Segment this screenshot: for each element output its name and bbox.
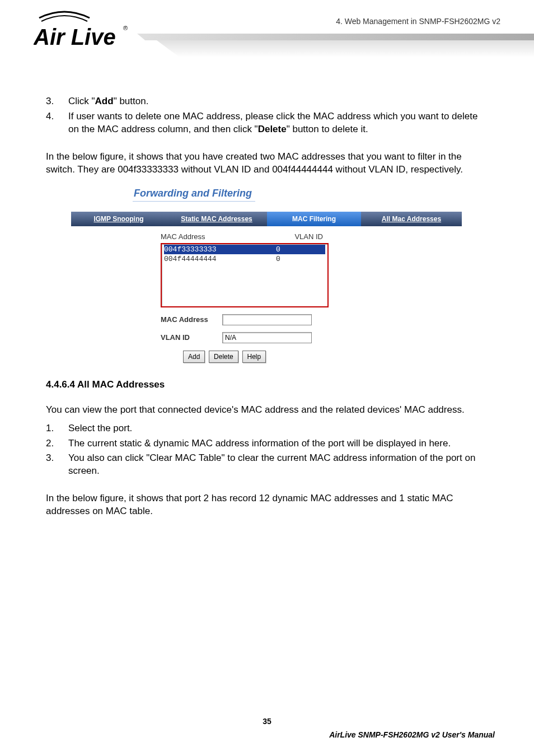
tab-all-mac[interactable]: All Mac Addresses bbox=[361, 212, 462, 226]
mac-address-row: MAC Address bbox=[161, 314, 362, 325]
list-num: 4. bbox=[46, 110, 68, 136]
list-num: 1. bbox=[46, 422, 68, 435]
text: " button. bbox=[114, 96, 149, 106]
mac-cell: 004f33333333 bbox=[164, 245, 276, 255]
list-item: 3. You also can click "Clear MAC Table" … bbox=[46, 452, 488, 478]
text: Click " bbox=[68, 96, 95, 106]
delete-button[interactable]: Delete bbox=[209, 351, 238, 363]
mac-row[interactable]: 004f33333333 0 bbox=[164, 245, 325, 255]
list-num: 3. bbox=[46, 452, 68, 478]
screenshot-figure: Forwarding and Filtering IGMP Snooping S… bbox=[54, 186, 480, 363]
tab-igmp-snooping[interactable]: IGMP Snooping bbox=[71, 212, 166, 226]
tab-mac-filtering[interactable]: MAC Filtering bbox=[267, 212, 361, 226]
list-body: Click "Add" button. bbox=[68, 95, 488, 108]
list-num: 2. bbox=[46, 437, 68, 450]
tab-static-mac[interactable]: Static MAC Addresses bbox=[166, 212, 267, 226]
tab-bar: IGMP Snooping Static MAC Addresses MAC F… bbox=[71, 212, 480, 226]
header-divider bbox=[137, 34, 534, 40]
vlan-cell: 0 bbox=[276, 254, 310, 264]
list-body: Select the port. bbox=[68, 422, 488, 435]
button-row: Add Delete Help bbox=[183, 350, 480, 363]
footer-text: AirLive SNMP-FSH2602MG v2 User's Manual bbox=[329, 730, 495, 739]
mac-listbox[interactable]: 004f33333333 0 004f44444444 0 bbox=[161, 243, 329, 307]
mac-address-label: MAC Address bbox=[161, 315, 222, 325]
vlan-id-label: VLAN ID bbox=[161, 333, 222, 343]
vlan-id-input[interactable] bbox=[222, 332, 312, 343]
list-item: 4. If user wants to delete one MAC addre… bbox=[46, 110, 488, 136]
mac-filter-panel: MAC Address VLAN ID 004f33333333 0 004f4… bbox=[161, 232, 362, 343]
page-content: 3. Click "Add" button. 4. If user wants … bbox=[0, 67, 534, 518]
list-body: The current static & dynamic MAC address… bbox=[68, 437, 488, 450]
bold-text: Delete bbox=[258, 124, 287, 134]
col-mac-address: MAC Address bbox=[161, 232, 278, 242]
list-item: 2. The current static & dynamic MAC addr… bbox=[46, 437, 488, 450]
header-breadcrumb: 4. Web Management in SNMP-FSH2602MG v2 bbox=[336, 17, 500, 26]
col-vlan-id: VLAN ID bbox=[278, 232, 323, 242]
svg-text:Air Live: Air Live bbox=[34, 25, 116, 49]
section-heading: 4.4.6.4 All MAC Addresses bbox=[46, 379, 488, 391]
mac-row[interactable]: 004f44444444 0 bbox=[164, 254, 325, 264]
text: " button to delete it. bbox=[287, 124, 368, 134]
vlan-id-row: VLAN ID bbox=[161, 332, 362, 343]
list-body: If user wants to delete one MAC address,… bbox=[68, 110, 488, 136]
paragraph: You can view the port that connected dev… bbox=[46, 404, 488, 417]
mac-cell: 004f44444444 bbox=[164, 254, 276, 264]
page-number: 35 bbox=[0, 717, 534, 726]
list-item: 3. Click "Add" button. bbox=[46, 95, 488, 108]
mac-address-input[interactable] bbox=[222, 314, 312, 325]
help-button[interactable]: Help bbox=[242, 351, 266, 363]
page-header: Air Live ® 4. Web Management in SNMP-FSH… bbox=[0, 0, 534, 67]
paragraph: In the below figure, it shows that you h… bbox=[46, 151, 488, 176]
bold-text: Add bbox=[95, 96, 114, 106]
list-body: You also can click "Clear MAC Table" to … bbox=[68, 452, 488, 478]
add-button[interactable]: Add bbox=[183, 351, 205, 363]
paragraph: In the below figure, it shows that port … bbox=[46, 492, 488, 518]
airlive-logo: Air Live ® bbox=[34, 6, 129, 53]
vlan-cell: 0 bbox=[276, 245, 310, 255]
list-item: 1. Select the port. bbox=[46, 422, 488, 435]
figure-title: Forwarding and Filtering bbox=[133, 186, 255, 202]
list-header: MAC Address VLAN ID bbox=[161, 232, 362, 242]
list-num: 3. bbox=[46, 95, 68, 108]
header-shadow bbox=[157, 40, 534, 57]
svg-text:®: ® bbox=[123, 25, 128, 31]
